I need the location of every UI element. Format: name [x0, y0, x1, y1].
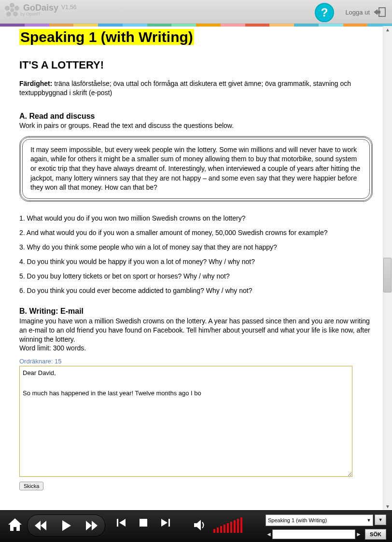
svg-point-2: [13, 12, 18, 16]
volume-area: [193, 517, 242, 533]
submit-button[interactable]: Skicka: [19, 482, 43, 490]
page-title: Speaking 1 (with Writing): [19, 29, 194, 45]
next-track-button[interactable]: [160, 517, 171, 528]
brand-logo: GoDaisy by OpenIT V1,56: [4, 2, 76, 18]
chapter-dropdown-button[interactable]: ▼: [375, 514, 386, 525]
play-button[interactable]: [59, 519, 73, 532]
content-area: Speaking 1 (with Writing) IT'S A LOTTERY…: [0, 26, 392, 511]
svg-marker-12: [86, 521, 92, 530]
home-button[interactable]: [7, 516, 23, 533]
speaker-icon[interactable]: [193, 518, 207, 532]
svg-marker-11: [62, 520, 71, 531]
svg-marker-17: [161, 519, 168, 527]
question-list: 1. What would you do if you won two mill…: [19, 214, 373, 294]
question-item: 2. And what would you do if you won a sm…: [19, 229, 373, 236]
svg-marker-13: [92, 521, 98, 530]
forward-button[interactable]: [85, 519, 98, 532]
stop-button[interactable]: [138, 517, 149, 528]
svg-marker-15: [119, 519, 126, 527]
transport-cluster: [116, 517, 171, 528]
svg-marker-9: [35, 521, 41, 530]
search-next-button[interactable]: ►: [355, 529, 362, 539]
svg-marker-8: [8, 518, 22, 531]
question-item: 6. Do you think you could ever become ad…: [19, 287, 373, 294]
logout-button[interactable]: Logga ut: [345, 7, 386, 17]
search-button[interactable]: SÖK: [365, 529, 386, 540]
logout-label: Logga ut: [345, 9, 370, 16]
flower-icon: [4, 2, 20, 18]
word-limit: Word limit: 300 words.: [19, 344, 86, 352]
logout-icon: [374, 7, 386, 17]
chapter-select[interactable]: Speaking 1 (with Writing) ▼: [266, 514, 373, 526]
svg-point-3: [6, 12, 11, 16]
scroll-down-icon[interactable]: ▼: [384, 503, 392, 511]
chevron-down-icon: ▼: [367, 518, 371, 523]
reading-text: It may seem impossible, but every week p…: [22, 139, 370, 199]
svg-point-0: [10, 3, 14, 8]
section-a-title: A. Read and discuss: [19, 112, 373, 121]
subtitle: IT'S A LOTTERY!: [19, 59, 373, 71]
player-right-panel: Speaking 1 (with Writing) ▼ ▼ ◄ ► SÖK: [266, 514, 386, 540]
svg-point-5: [10, 8, 14, 12]
search-input[interactable]: [272, 529, 355, 539]
nav-cluster: [27, 514, 105, 537]
content-scroll: Speaking 1 (with Writing) IT'S A LOTTERY…: [14, 26, 378, 511]
prev-track-button[interactable]: [116, 517, 126, 528]
svg-marker-19: [194, 520, 201, 530]
header-bar: GoDaisy by OpenIT V1,56 ? Logga ut: [0, 0, 392, 24]
word-counter: Ordräknare: 15: [19, 358, 373, 365]
chapter-selected-label: Speaking 1 (with Writing): [268, 517, 327, 523]
skill-line: Färdighet: träna läsförståelse; öva utta…: [19, 79, 373, 97]
svg-point-1: [14, 6, 19, 11]
svg-marker-10: [41, 521, 46, 530]
question-item: 1. What would you do if you won two mill…: [19, 214, 373, 222]
reading-box: It may seem impossible, but every week p…: [19, 136, 373, 202]
email-textarea[interactable]: [19, 366, 352, 477]
svg-rect-16: [140, 519, 147, 527]
skill-label: Färdighet:: [19, 80, 52, 87]
brand-name: GoDaisy: [23, 4, 58, 12]
section-b-instr: Imagine you have won a million Swedish c…: [19, 317, 373, 353]
svg-rect-14: [117, 519, 118, 527]
question-item: 3. Why do you think some people who win …: [19, 243, 373, 251]
question-item: 4. Do you think you would be happy if yo…: [19, 258, 373, 265]
svg-point-4: [5, 6, 10, 11]
question-item: 5. Do you buy lottery tickets or bet on …: [19, 272, 373, 280]
search-prev-button[interactable]: ◄: [266, 529, 272, 539]
rewind-button[interactable]: [34, 519, 47, 532]
section-b-title: B. Writing: E-mail: [19, 307, 373, 316]
player-bar: Speaking 1 (with Writing) ▼ ▼ ◄ ► SÖK: [0, 510, 392, 542]
svg-rect-18: [168, 519, 170, 527]
help-button[interactable]: ?: [315, 3, 334, 22]
scrollbar[interactable]: ▲ ▼: [383, 26, 392, 511]
scroll-up-icon[interactable]: ▲: [384, 26, 392, 34]
volume-level[interactable]: [213, 517, 242, 533]
version-label: V1,56: [61, 4, 76, 11]
scroll-thumb[interactable]: [383, 258, 392, 292]
section-a-instr: Work in pairs or groups. Read the text a…: [19, 122, 373, 129]
skill-text: träna läsförståelse; öva uttal och förmå…: [19, 80, 351, 97]
